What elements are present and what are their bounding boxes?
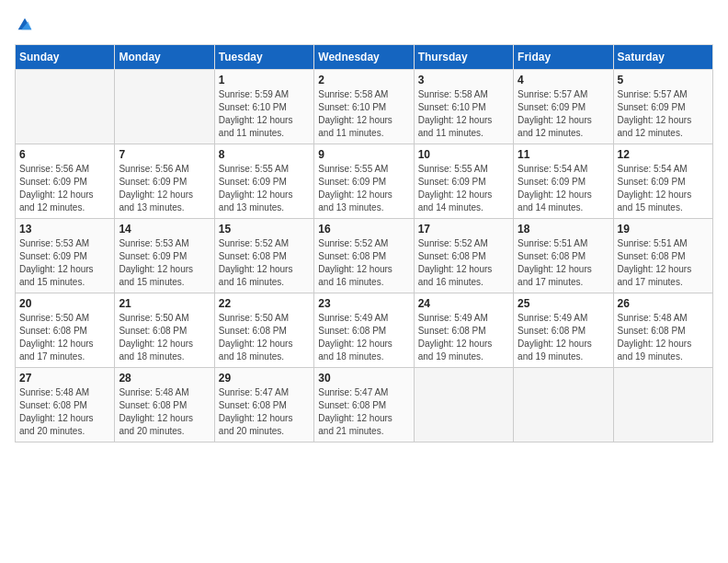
day-number: 5 (618, 74, 709, 86)
day-info: Sunrise: 5:58 AM Sunset: 6:10 PM Dayligh… (418, 88, 509, 140)
calendar-cell: 9Sunrise: 5:55 AM Sunset: 6:09 PM Daylig… (314, 144, 414, 219)
calendar-cell: 28Sunrise: 5:48 AM Sunset: 6:08 PM Dayli… (115, 368, 214, 442)
weekday-header-sunday: Sunday (16, 45, 115, 70)
day-number: 10 (418, 148, 509, 161)
day-number: 8 (219, 148, 310, 161)
day-info: Sunrise: 5:58 AM Sunset: 6:10 PM Dayligh… (318, 88, 409, 140)
calendar-cell: 3Sunrise: 5:58 AM Sunset: 6:10 PM Daylig… (414, 70, 513, 144)
day-info: Sunrise: 5:55 AM Sunset: 6:09 PM Dayligh… (219, 163, 310, 214)
day-number: 6 (19, 148, 110, 161)
calendar-cell: 11Sunrise: 5:54 AM Sunset: 6:09 PM Dayli… (514, 144, 613, 219)
calendar-cell (613, 368, 712, 442)
weekday-header-saturday: Saturday (613, 45, 712, 70)
calendar-cell: 25Sunrise: 5:49 AM Sunset: 6:08 PM Dayli… (514, 293, 613, 368)
day-number: 18 (518, 223, 609, 236)
day-number: 15 (219, 223, 310, 236)
day-number: 3 (418, 74, 509, 86)
day-info: Sunrise: 5:48 AM Sunset: 6:08 PM Dayligh… (19, 386, 110, 438)
day-info: Sunrise: 5:47 AM Sunset: 6:08 PM Dayligh… (219, 386, 310, 438)
calendar-week-4: 20Sunrise: 5:50 AM Sunset: 6:08 PM Dayli… (16, 293, 713, 368)
day-info: Sunrise: 5:47 AM Sunset: 6:08 PM Dayligh… (318, 386, 409, 438)
day-number: 23 (318, 297, 409, 310)
day-info: Sunrise: 5:52 AM Sunset: 6:08 PM Dayligh… (219, 237, 310, 289)
day-number: 22 (219, 297, 310, 310)
day-info: Sunrise: 5:50 AM Sunset: 6:08 PM Dayligh… (219, 312, 310, 363)
calendar-cell: 1Sunrise: 5:59 AM Sunset: 6:10 PM Daylig… (214, 70, 313, 144)
calendar-cell: 24Sunrise: 5:49 AM Sunset: 6:08 PM Dayli… (414, 293, 513, 368)
calendar-cell: 20Sunrise: 5:50 AM Sunset: 6:08 PM Dayli… (16, 293, 115, 368)
day-info: Sunrise: 5:53 AM Sunset: 6:09 PM Dayligh… (119, 237, 210, 289)
day-number: 14 (119, 223, 210, 236)
calendar-week-5: 27Sunrise: 5:48 AM Sunset: 6:08 PM Dayli… (16, 368, 713, 442)
calendar-cell: 22Sunrise: 5:50 AM Sunset: 6:08 PM Dayli… (214, 293, 313, 368)
calendar-cell: 21Sunrise: 5:50 AM Sunset: 6:08 PM Dayli… (115, 293, 214, 368)
calendar-cell: 14Sunrise: 5:53 AM Sunset: 6:09 PM Dayli… (115, 219, 214, 293)
calendar-cell (16, 70, 115, 144)
day-info: Sunrise: 5:50 AM Sunset: 6:08 PM Dayligh… (19, 312, 110, 363)
day-number: 24 (418, 297, 509, 310)
weekday-header-tuesday: Tuesday (214, 45, 313, 70)
weekday-header-thursday: Thursday (414, 45, 513, 70)
calendar-cell: 16Sunrise: 5:52 AM Sunset: 6:08 PM Dayli… (314, 219, 414, 293)
day-info: Sunrise: 5:56 AM Sunset: 6:09 PM Dayligh… (119, 163, 210, 214)
day-info: Sunrise: 5:57 AM Sunset: 6:09 PM Dayligh… (618, 88, 709, 140)
logo-icon (15, 15, 35, 35)
day-info: Sunrise: 5:48 AM Sunset: 6:08 PM Dayligh… (618, 312, 709, 363)
day-number: 12 (618, 148, 709, 161)
calendar-cell: 23Sunrise: 5:49 AM Sunset: 6:08 PM Dayli… (314, 293, 414, 368)
calendar-cell: 2Sunrise: 5:58 AM Sunset: 6:10 PM Daylig… (314, 70, 414, 144)
logo (15, 15, 39, 35)
day-number: 16 (318, 223, 409, 236)
day-info: Sunrise: 5:57 AM Sunset: 6:09 PM Dayligh… (518, 88, 609, 140)
day-number: 9 (318, 148, 409, 161)
day-number: 30 (318, 372, 409, 385)
calendar-cell: 8Sunrise: 5:55 AM Sunset: 6:09 PM Daylig… (214, 144, 313, 219)
day-info: Sunrise: 5:49 AM Sunset: 6:08 PM Dayligh… (418, 312, 509, 363)
calendar-cell: 13Sunrise: 5:53 AM Sunset: 6:09 PM Dayli… (16, 219, 115, 293)
day-info: Sunrise: 5:59 AM Sunset: 6:10 PM Dayligh… (219, 88, 310, 140)
calendar-cell: 18Sunrise: 5:51 AM Sunset: 6:08 PM Dayli… (514, 219, 613, 293)
day-info: Sunrise: 5:51 AM Sunset: 6:08 PM Dayligh… (618, 237, 709, 289)
calendar-week-1: 1Sunrise: 5:59 AM Sunset: 6:10 PM Daylig… (16, 70, 713, 144)
day-info: Sunrise: 5:50 AM Sunset: 6:08 PM Dayligh… (119, 312, 210, 363)
calendar-cell: 12Sunrise: 5:54 AM Sunset: 6:09 PM Dayli… (613, 144, 712, 219)
calendar-cell: 6Sunrise: 5:56 AM Sunset: 6:09 PM Daylig… (16, 144, 115, 219)
calendar-cell: 27Sunrise: 5:48 AM Sunset: 6:08 PM Dayli… (16, 368, 115, 442)
calendar-cell: 15Sunrise: 5:52 AM Sunset: 6:08 PM Dayli… (214, 219, 313, 293)
calendar-week-3: 13Sunrise: 5:53 AM Sunset: 6:09 PM Dayli… (16, 219, 713, 293)
weekday-header-monday: Monday (115, 45, 214, 70)
day-number: 7 (119, 148, 210, 161)
weekday-header-wednesday: Wednesday (314, 45, 414, 70)
calendar-cell: 26Sunrise: 5:48 AM Sunset: 6:08 PM Dayli… (613, 293, 712, 368)
calendar-cell (414, 368, 513, 442)
calendar-cell: 10Sunrise: 5:55 AM Sunset: 6:09 PM Dayli… (414, 144, 513, 219)
day-number: 1 (219, 74, 310, 86)
calendar-cell: 4Sunrise: 5:57 AM Sunset: 6:09 PM Daylig… (514, 70, 613, 144)
day-info: Sunrise: 5:53 AM Sunset: 6:09 PM Dayligh… (19, 237, 110, 289)
day-number: 19 (618, 223, 709, 236)
day-info: Sunrise: 5:49 AM Sunset: 6:08 PM Dayligh… (518, 312, 609, 363)
day-number: 27 (19, 372, 110, 385)
calendar-cell: 7Sunrise: 5:56 AM Sunset: 6:09 PM Daylig… (115, 144, 214, 219)
day-number: 13 (19, 223, 110, 236)
day-number: 26 (618, 297, 709, 310)
calendar-cell: 5Sunrise: 5:57 AM Sunset: 6:09 PM Daylig… (613, 70, 712, 144)
day-info: Sunrise: 5:51 AM Sunset: 6:08 PM Dayligh… (518, 237, 609, 289)
calendar-cell (514, 368, 613, 442)
day-number: 2 (318, 74, 409, 86)
calendar-cell: 17Sunrise: 5:52 AM Sunset: 6:08 PM Dayli… (414, 219, 513, 293)
calendar-table: SundayMondayTuesdayWednesdayThursdayFrid… (15, 44, 713, 442)
day-info: Sunrise: 5:54 AM Sunset: 6:09 PM Dayligh… (518, 163, 609, 214)
day-number: 17 (418, 223, 509, 236)
weekday-header-friday: Friday (514, 45, 613, 70)
day-info: Sunrise: 5:52 AM Sunset: 6:08 PM Dayligh… (318, 237, 409, 289)
day-number: 11 (518, 148, 609, 161)
calendar-header: SundayMondayTuesdayWednesdayThursdayFrid… (16, 45, 713, 70)
day-number: 21 (119, 297, 210, 310)
day-number: 20 (19, 297, 110, 310)
day-info: Sunrise: 5:52 AM Sunset: 6:08 PM Dayligh… (418, 237, 509, 289)
calendar-cell: 30Sunrise: 5:47 AM Sunset: 6:08 PM Dayli… (314, 368, 414, 442)
header (15, 15, 713, 35)
day-number: 4 (518, 74, 609, 86)
day-info: Sunrise: 5:49 AM Sunset: 6:08 PM Dayligh… (318, 312, 409, 363)
